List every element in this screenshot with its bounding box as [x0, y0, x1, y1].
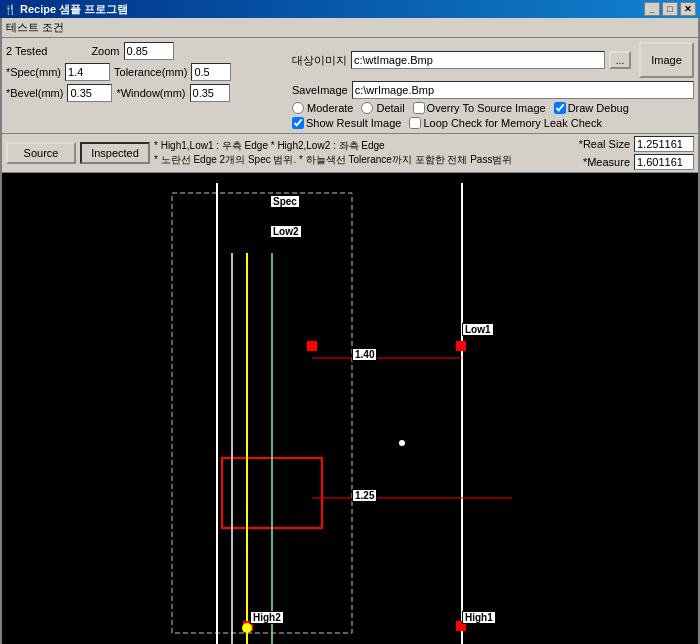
overlay-label: Overry To Source Image [427, 102, 546, 114]
bevel-input[interactable] [67, 84, 112, 102]
image-button[interactable]: Image [639, 42, 694, 78]
title-bar: 🍴 Recipe 샘플 프로그램 _ □ ✕ [0, 0, 700, 18]
red-marker-low1 [456, 341, 466, 351]
moderate-label: Moderate [307, 102, 353, 114]
hint-line-1: * High1,Low1 : 우측 Edge * High2,Low2 : 좌측… [154, 139, 571, 153]
menu-bar: 테스트 조건 [2, 18, 698, 38]
top-section: 2 Tested Zoom *Spec(mm) Tolerance(mm) *B… [2, 38, 698, 134]
show-result-checkbox-item[interactable]: Show Result Image [292, 117, 401, 129]
spec-input[interactable] [65, 63, 110, 81]
canvas-svg [2, 173, 698, 644]
draw-debug-checkbox[interactable] [554, 102, 566, 114]
draw-debug-checkbox-item[interactable]: Draw Debug [554, 102, 629, 114]
red-marker-low2 [307, 341, 317, 351]
image-canvas: Spec Low2 Low1 1.40 1.25 High1 High2 [2, 173, 698, 644]
yellow-marker-high2 [242, 623, 252, 633]
tolerance-label: Tolerance(mm) [114, 66, 187, 78]
measure-row: *Measure [583, 154, 694, 170]
high2-label-canvas: High2 [250, 611, 284, 624]
loop-check-checkbox[interactable] [409, 117, 421, 129]
loop-check-checkbox-item[interactable]: Loop Check for Memory Leak Check [409, 117, 602, 129]
app-icon: 🍴 [4, 4, 16, 15]
source-inspected-row: Source Inspected * High1,Low1 : 우측 Edge … [2, 134, 698, 173]
window-label: *Window(mm) [116, 87, 185, 99]
browse-button[interactable]: ... [609, 51, 631, 69]
zoom-label: Zoom [91, 45, 119, 57]
real-size-label: *Real Size [579, 138, 630, 150]
real-size-row: *Real Size [579, 136, 694, 152]
source-button[interactable]: Source [6, 142, 76, 164]
hint-text: * High1,Low1 : 우측 Edge * High2,Low2 : 좌측… [154, 139, 571, 167]
moderate-radio-group: Moderate [292, 102, 353, 114]
measure-input[interactable] [634, 154, 694, 170]
detail-label: Detail [376, 102, 404, 114]
spec-label-canvas: Spec [270, 195, 300, 208]
center-dot [399, 440, 405, 446]
save-image-row: SaveImage [292, 81, 694, 99]
window-input[interactable] [190, 84, 230, 102]
title-controls[interactable]: _ □ ✕ [644, 2, 696, 16]
hint-line-2: * 노란선 Edge 2개의 Spec 범위. * 하늘색선 Tolerance… [154, 153, 571, 167]
show-result-checkbox[interactable] [292, 117, 304, 129]
overlay-checkbox-item[interactable]: Overry To Source Image [413, 102, 546, 114]
loop-check-label: Loop Check for Memory Leak Check [423, 117, 602, 129]
target-image-row: 대상이미지 ... Image [292, 42, 694, 78]
tolerance-input[interactable] [191, 63, 231, 81]
tested-row: 2 Tested Zoom [6, 42, 286, 60]
minimize-button[interactable]: _ [644, 2, 660, 16]
high1-label-canvas: High1 [462, 611, 496, 624]
val125-label-canvas: 1.25 [352, 489, 377, 502]
inspected-button[interactable]: Inspected [80, 142, 150, 164]
tested-label: 2 Tested [6, 45, 47, 57]
zoom-input[interactable] [124, 42, 174, 60]
detail-radio[interactable] [361, 102, 373, 114]
real-size-input[interactable] [634, 136, 694, 152]
checkbox-row-1: Moderate Detail Overry To Source Image D… [292, 102, 694, 114]
draw-debug-label: Draw Debug [568, 102, 629, 114]
close-button[interactable]: ✕ [680, 2, 696, 16]
menu-item-test[interactable]: 테스트 조건 [6, 21, 64, 33]
low1-label-canvas: Low1 [462, 323, 494, 336]
right-panel: 대상이미지 ... Image SaveImage Moderate Detai… [292, 42, 694, 129]
bevel-label: *Bevel(mm) [6, 87, 63, 99]
save-label: SaveImage [292, 84, 348, 96]
bevel-row: *Bevel(mm) *Window(mm) [6, 84, 286, 102]
size-panel: *Real Size *Measure [575, 136, 694, 170]
checkbox-row-2: Show Result Image Loop Check for Memory … [292, 117, 694, 129]
title-text: Recipe 샘플 프로그램 [20, 2, 128, 17]
low2-label-canvas: Low2 [270, 225, 302, 238]
target-label: 대상이미지 [292, 53, 347, 68]
left-panel: 2 Tested Zoom *Spec(mm) Tolerance(mm) *B… [6, 42, 286, 129]
val140-label-canvas: 1.40 [352, 348, 377, 361]
detail-radio-group: Detail [361, 102, 404, 114]
measure-label: *Measure [583, 156, 630, 168]
spec-row: *Spec(mm) Tolerance(mm) [6, 63, 286, 81]
target-path-input[interactable] [351, 51, 605, 69]
maximize-button[interactable]: □ [662, 2, 678, 16]
main-window: 테스트 조건 2 Tested Zoom *Spec(mm) Tolerance… [0, 18, 700, 644]
title-bar-left: 🍴 Recipe 샘플 프로그램 [4, 2, 128, 17]
spec-label: *Spec(mm) [6, 66, 61, 78]
moderate-radio[interactable] [292, 102, 304, 114]
dashed-rect [172, 193, 352, 633]
show-result-label: Show Result Image [306, 117, 401, 129]
overlay-checkbox[interactable] [413, 102, 425, 114]
save-path-input[interactable] [352, 81, 694, 99]
